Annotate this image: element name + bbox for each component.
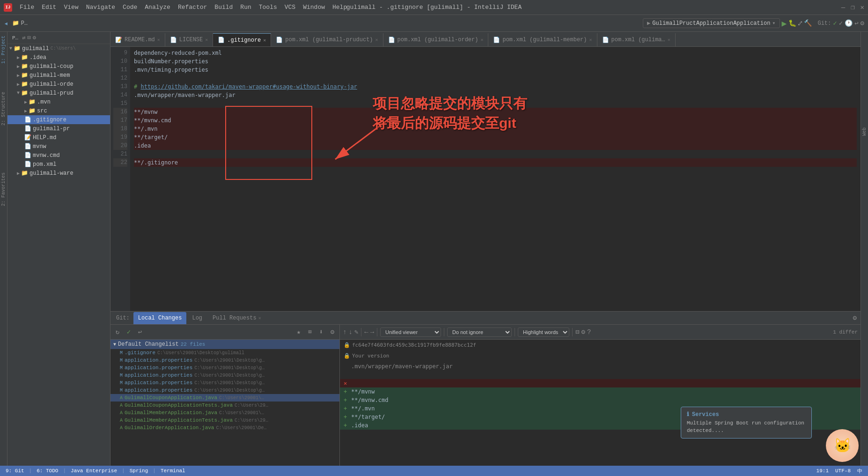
add-favorite-icon[interactable]: ★	[294, 327, 304, 337]
tab-close-5[interactable]: ✕	[589, 37, 592, 43]
diff-help-icon[interactable]: ?	[587, 328, 591, 336]
vcs-settings[interactable]: ⚙	[861, 19, 864, 27]
menu-window[interactable]: Window	[299, 2, 329, 13]
tab-close-6[interactable]: ✕	[668, 37, 670, 43]
tree-item-src[interactable]: ▶ 📁 src	[7, 106, 110, 115]
changelist-header[interactable]: ▼ Default Changelist 22 files	[110, 340, 339, 349]
tree-item-helpmd[interactable]: 📝 HELP.md	[7, 133, 110, 142]
change-file-4[interactable]: M application.properties C:\Users\29001\…	[110, 379, 339, 387]
diff-edit-icon[interactable]: ✎	[354, 328, 358, 336]
run-config-dropdown[interactable]: ▶ GulimallPructApplicationApplication ▾	[643, 18, 780, 28]
debug-button[interactable]: 🐛	[788, 19, 796, 27]
menu-run[interactable]: Run	[236, 2, 255, 13]
terminal-status[interactable]: Terminal	[159, 468, 187, 474]
change-file-1[interactable]: M application.properties C:\Users\29001\…	[110, 357, 339, 364]
tree-item-idea[interactable]: ▶ 📁 .idea	[7, 53, 110, 62]
autoscroll-icon[interactable]: ⇄	[22, 34, 25, 41]
tree-item-ware[interactable]: ▶ 📁 gulimall-ware	[7, 169, 110, 178]
diff-expand-icon[interactable]: ⊟	[575, 328, 579, 336]
diff-up-icon[interactable]: ↑	[343, 328, 346, 336]
tab-gitignore[interactable]: 📄 .gitignore ✕	[213, 33, 271, 46]
history-button[interactable]: 🕐	[845, 19, 853, 27]
menu-navigate[interactable]: Navigate	[82, 2, 119, 13]
highlight-select[interactable]: Highlight words	[518, 327, 569, 337]
tab-close-2[interactable]: ✕	[263, 37, 266, 43]
commit-button[interactable]: ✓	[833, 19, 837, 27]
web-label[interactable]: Web	[862, 127, 867, 136]
undo-icon[interactable]: ↩	[135, 327, 145, 337]
back-icon[interactable]: ◂	[4, 19, 8, 28]
change-file-3[interactable]: M application.properties C:\Users\29001\…	[110, 372, 339, 379]
panel-settings-icon[interactable]: ⚙	[33, 34, 36, 41]
change-file-6[interactable]: A GulimallCouponApplication.java C:\User…	[110, 394, 339, 402]
tab-close-4[interactable]: ✕	[480, 37, 483, 43]
diff-prev-icon[interactable]: ←	[364, 328, 368, 336]
change-file-8[interactable]: A GulimallMemberApplication.java C:\User…	[110, 409, 339, 416]
tab-pom-extra[interactable]: 📄 pom.xml (gulima… ✕	[597, 33, 676, 46]
revert-button[interactable]: ↩	[854, 19, 858, 27]
check-icon[interactable]: ✓	[124, 327, 134, 337]
changes-settings-icon[interactable]: ⚙	[327, 327, 338, 337]
change-file-10[interactable]: A GulimallOrderApplication.java C:\Users…	[110, 424, 339, 431]
project-side-label[interactable]: 1: Project	[1, 36, 6, 64]
tree-item-pomxml[interactable]: 📄 pom.xml	[7, 160, 110, 169]
tree-root[interactable]: ▼ 📁 gulimall C:\Users\	[7, 44, 110, 53]
tree-item-gulimallpr[interactable]: 📄 gulimall-pr	[7, 124, 110, 133]
menu-analyze[interactable]: Analyze	[141, 2, 174, 13]
menu-vcs[interactable]: VCS	[281, 2, 299, 13]
change-file-0[interactable]: M .gitignore C:\Users\29001\Desktop\guli…	[110, 349, 339, 357]
close-button[interactable]: ✕	[861, 3, 864, 11]
tree-item-mvn[interactable]: ▶ 📁 .mvn	[7, 97, 110, 106]
tab-pom-order[interactable]: 📄 pom.xml (gulimall-order) ✕	[383, 33, 489, 46]
tab-readme[interactable]: 📝 README.md ✕	[110, 33, 165, 46]
diff-content[interactable]: 🔒 fc64e7f4603fdc459c38c1917fb9fe8887bcc1…	[340, 340, 861, 466]
tab-close-1[interactable]: ✕	[205, 37, 208, 43]
lang-status[interactable]: 中	[855, 468, 864, 475]
tree-item-gitignore[interactable]: 📄 .gitignore	[7, 115, 110, 124]
tab-pom-pruduct[interactable]: 📄 pom.xml (gulimall-pruduct) ✕	[271, 33, 383, 46]
download-icon[interactable]: ⬇	[316, 327, 326, 337]
tree-item-order[interactable]: ▶ 📁 gulimall-orde	[7, 80, 110, 89]
tree-item-mvnw[interactable]: 📄 mvnw	[7, 142, 110, 151]
change-file-7[interactable]: A GulimallCouponApplicationTests.java C:…	[110, 402, 339, 409]
menu-code[interactable]: Code	[119, 2, 141, 13]
tab-close-3[interactable]: ✕	[375, 37, 378, 43]
minimize-button[interactable]: —	[841, 4, 845, 11]
diff-next-icon[interactable]: →	[370, 328, 374, 336]
menu-refactor[interactable]: Refactor	[174, 2, 211, 13]
menu-tools[interactable]: Tools	[255, 2, 281, 13]
tree-item-coupon[interactable]: ▶ 📁 gulimall-coup	[7, 62, 110, 71]
build-button[interactable]: 🔨	[804, 19, 812, 27]
tree-item-prud[interactable]: ▼ 📁 gulimall-prud	[7, 89, 110, 97]
menu-view[interactable]: View	[60, 2, 82, 13]
menu-file[interactable]: File	[16, 2, 38, 13]
tab-local-changes[interactable]: Local Changes	[133, 312, 187, 324]
push-button[interactable]: ✓	[839, 19, 843, 27]
git-branch-status[interactable]: 9: Git	[4, 468, 26, 474]
menu-edit[interactable]: Edit	[38, 2, 60, 13]
tab-pom-member[interactable]: 📄 pom.xml (gulimall-member) ✕	[488, 33, 597, 46]
change-file-9[interactable]: A GulimallMemberApplicationTests.java C:…	[110, 416, 339, 424]
refresh-icon[interactable]: ↻	[112, 327, 123, 337]
tab-license[interactable]: 📄 LICENSE ✕	[165, 33, 213, 46]
tree-item-mvnwcmd[interactable]: 📄 mvnw.cmd	[7, 151, 110, 160]
structure-side-label[interactable]: 2: Structure	[1, 92, 6, 126]
collapse-icon[interactable]: ⊟	[27, 34, 30, 41]
tab-pull-requests[interactable]: Pull Requests ✕	[208, 312, 266, 324]
favorites-side-label[interactable]: 2: Favorites	[1, 172, 6, 206]
viewer-select[interactable]: Unified viewer Side-by-side viewer	[380, 327, 441, 337]
encoding-status[interactable]: UTF-8	[833, 468, 853, 474]
ignore-select[interactable]: Do not ignore Ignore whitespace Ignore a…	[447, 327, 512, 337]
change-file-5[interactable]: M application.properties C:\Users\29001\…	[110, 387, 339, 394]
change-file-2[interactable]: M application.properties C:\Users\29001\…	[110, 364, 339, 372]
tree-item-member[interactable]: ▶ 📁 gulimall-mem	[7, 71, 110, 80]
spring-status[interactable]: Spring	[128, 468, 150, 474]
diff-icon[interactable]: ⊞	[305, 327, 315, 337]
todo-status[interactable]: 6: TODO	[35, 468, 60, 474]
menu-build[interactable]: Build	[211, 2, 236, 13]
coverage-button[interactable]: ⑇	[798, 20, 802, 27]
diff-down-icon[interactable]: ↓	[348, 328, 352, 336]
project-tab[interactable]: P…	[10, 34, 20, 42]
tab-log[interactable]: Log	[187, 312, 207, 324]
git-settings-icon[interactable]: ⚙	[853, 314, 857, 322]
